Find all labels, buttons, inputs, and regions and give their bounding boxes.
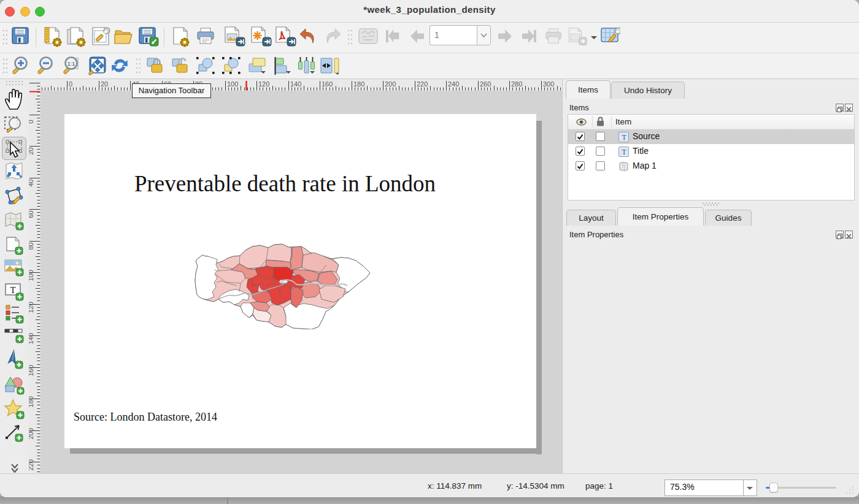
svg-text:200: 200	[29, 428, 34, 439]
svg-text:140: 140	[290, 80, 301, 88]
svg-text:240: 240	[448, 80, 459, 88]
svg-text:140: 140	[29, 333, 34, 344]
svg-text:60: 60	[29, 210, 34, 218]
svg-text:80: 80	[29, 242, 34, 250]
svg-text:100: 100	[29, 270, 34, 281]
svg-text:220: 220	[29, 459, 34, 470]
svg-text:300: 300	[543, 80, 554, 88]
svg-text:180: 180	[353, 80, 364, 88]
svg-text:40: 40	[29, 179, 34, 186]
svg-text:20: 20	[29, 147, 34, 155]
svg-text:T: T	[10, 285, 15, 295]
svg-text:180: 180	[29, 396, 34, 407]
svg-text:160: 160	[322, 80, 333, 88]
svg-text:160: 160	[29, 365, 34, 376]
svg-text:200: 200	[385, 80, 396, 88]
svg-text:280: 280	[511, 80, 522, 88]
svg-text:20: 20	[101, 80, 108, 88]
svg-text:1:1: 1:1	[67, 61, 75, 67]
svg-text:0: 0	[69, 80, 72, 88]
svg-text:0: 0	[29, 120, 34, 123]
svg-text:260: 260	[480, 80, 491, 88]
svg-text:120: 120	[258, 80, 269, 88]
svg-text:100: 100	[227, 80, 238, 88]
svg-text:220: 220	[417, 80, 428, 88]
svg-text:120: 120	[29, 302, 34, 313]
